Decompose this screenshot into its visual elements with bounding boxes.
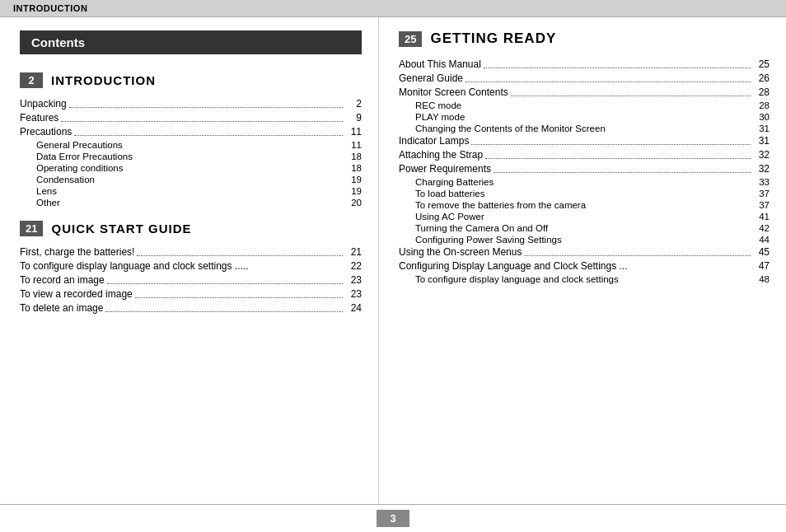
page-wrapper: INTRODUCTION Contents 2 INTRODUCTION Unp… xyxy=(0,0,786,532)
toc-sub-play-mode: PLAY mode 30 xyxy=(399,112,770,122)
right-column: 25 GETTING READY About This Manual 25 Ge… xyxy=(379,17,786,504)
toc-entry-indicator-lamps: Indicator Lamps 31 xyxy=(399,135,770,147)
main-content: Contents 2 INTRODUCTION Unpacking 2 Feat… xyxy=(0,17,786,504)
toc-page-charge: 21 xyxy=(345,246,362,258)
toc-sub-using-ac: Using AC Power 41 xyxy=(399,212,770,222)
toc-sub-changing-contents: Changing the Contents of the Monitor Scr… xyxy=(399,124,770,133)
toc-page-precautions: 11 xyxy=(345,126,362,138)
page-number: 3 xyxy=(390,512,395,525)
toc-page-view: 23 xyxy=(345,288,362,300)
toc-entry-general-guide: General Guide 26 xyxy=(399,72,770,84)
toc-entry-unpacking: Unpacking 2 xyxy=(20,98,362,110)
left-column: Contents 2 INTRODUCTION Unpacking 2 Feat… xyxy=(0,17,379,504)
dots xyxy=(69,107,343,108)
toc-entry-configuring-display: Configuring Display Language and Clock S… xyxy=(399,260,770,272)
contents-title: Contents xyxy=(20,30,362,54)
toc-label-monitor-screen: Monitor Screen Contents xyxy=(399,86,753,98)
toc-label-configure-lang: To configure display language and clock … xyxy=(20,260,345,272)
toc-sub-load-batteries: To load batteries 37 xyxy=(399,189,770,198)
toc-label-indicator-lamps: Indicator Lamps xyxy=(399,135,753,147)
top-header: INTRODUCTION xyxy=(0,0,786,17)
toc-page-delete: 24 xyxy=(345,302,362,314)
toc-sub-remove-batteries: To remove the batteries from the camera … xyxy=(399,200,770,210)
toc-entry-on-screen-menus: Using the On-screen Menus 45 xyxy=(399,246,770,258)
toc-page-on-screen-menus: 45 xyxy=(753,246,770,258)
toc-sub-configure-display-lang: To configure display language and clock … xyxy=(399,274,770,284)
toc-sub-other: Other 20 xyxy=(20,198,362,208)
dots xyxy=(511,96,751,96)
toc-sub-general-precautions: General Precautions 11 xyxy=(20,140,362,150)
dots xyxy=(494,172,751,173)
toc-entry-features: Features 9 xyxy=(20,112,362,124)
toc-label-view: To view a recorded image xyxy=(20,288,345,300)
toc-entry-configure-lang: To configure display language and clock … xyxy=(20,260,362,272)
toc-page-configuring-display: 47 xyxy=(753,260,770,272)
toc-sub-condensation: Condensation 19 xyxy=(20,175,362,184)
toc-entry-monitor-screen: Monitor Screen Contents 28 xyxy=(399,86,770,98)
toc-sub-data-error: Data Error Precautions 18 xyxy=(20,152,362,161)
page-footer: 3 xyxy=(0,504,786,532)
toc-label-delete: To delete an image xyxy=(20,302,345,314)
dots xyxy=(135,297,343,298)
section-intro-title: INTRODUCTION xyxy=(51,73,156,87)
toc-page-power-requirements: 32 xyxy=(753,163,770,175)
toc-label-precautions: Precautions xyxy=(20,126,345,138)
dots xyxy=(61,121,343,122)
dots xyxy=(74,135,343,136)
toc-entry-power-requirements: Power Requirements 32 xyxy=(399,163,770,175)
section-getting-ready-heading: 25 GETTING READY xyxy=(399,30,770,47)
section-getting-ready-num: 25 xyxy=(399,31,422,47)
toc-sub-lens: Lens 19 xyxy=(20,186,362,196)
toc-entry-precautions: Precautions 11 xyxy=(20,126,362,138)
dots xyxy=(466,82,751,82)
dots xyxy=(524,255,751,256)
toc-label-on-screen-menus: Using the On-screen Menus xyxy=(399,246,753,258)
toc-entry-about-manual: About This Manual 25 xyxy=(399,58,770,70)
section-introduction-heading: 2 INTRODUCTION xyxy=(20,72,362,88)
dots xyxy=(137,255,343,256)
toc-sub-turning-camera: Turning the Camera On and Off 42 xyxy=(399,223,770,233)
toc-sub-configuring-power: Configuring Power Saving Settings 44 xyxy=(399,235,770,245)
toc-sub-charging-batteries: Charging Batteries 33 xyxy=(399,177,770,187)
toc-page-general-guide: 26 xyxy=(753,72,770,84)
toc-sub-rec-mode: REC mode 28 xyxy=(399,100,770,110)
toc-label-about-manual: About This Manual xyxy=(399,58,753,70)
toc-page-unpacking: 2 xyxy=(345,98,362,110)
toc-label-charge: First, charge the batteries! xyxy=(20,246,345,258)
toc-page-indicator-lamps: 31 xyxy=(753,135,770,147)
section-quick-title: QUICK START GUIDE xyxy=(51,222,191,236)
dots xyxy=(105,311,343,312)
section-intro-num: 2 xyxy=(20,72,43,88)
toc-label-configuring-display: Configuring Display Language and Clock S… xyxy=(399,260,753,272)
dots xyxy=(107,283,343,284)
section-quick-num: 21 xyxy=(20,221,43,236)
toc-entry-record: To record an image 23 xyxy=(20,274,362,286)
toc-entry-charge: First, charge the batteries! 21 xyxy=(20,246,362,258)
toc-page-attaching-strap: 32 xyxy=(753,149,770,161)
toc-sub-operating: Operating conditions 18 xyxy=(20,163,362,173)
dots xyxy=(484,68,751,68)
toc-label-record: To record an image xyxy=(20,274,345,286)
toc-label-attaching-strap: Attaching the Strap xyxy=(399,149,753,161)
toc-entry-attaching-strap: Attaching the Strap 32 xyxy=(399,149,770,161)
toc-page-monitor-screen: 28 xyxy=(753,86,770,98)
section-quickstart-heading: 21 QUICK START GUIDE xyxy=(20,221,362,236)
dots xyxy=(471,144,751,145)
toc-label-unpacking: Unpacking xyxy=(20,98,345,110)
toc-page-about-manual: 25 xyxy=(753,58,770,70)
toc-entry-view: To view a recorded image 23 xyxy=(20,288,362,300)
dots xyxy=(485,158,751,159)
toc-label-general-guide: General Guide xyxy=(399,72,753,84)
header-label: INTRODUCTION xyxy=(13,3,87,13)
section-getting-ready-title: GETTING READY xyxy=(430,30,556,47)
toc-page-features: 9 xyxy=(345,112,362,124)
toc-label-features: Features xyxy=(20,112,345,124)
toc-page-record: 23 xyxy=(345,274,362,286)
toc-page-configure-lang: 22 xyxy=(345,260,362,272)
toc-label-power-requirements: Power Requirements xyxy=(399,163,753,175)
toc-entry-delete: To delete an image 24 xyxy=(20,302,362,314)
page-number-box: 3 xyxy=(377,510,409,527)
